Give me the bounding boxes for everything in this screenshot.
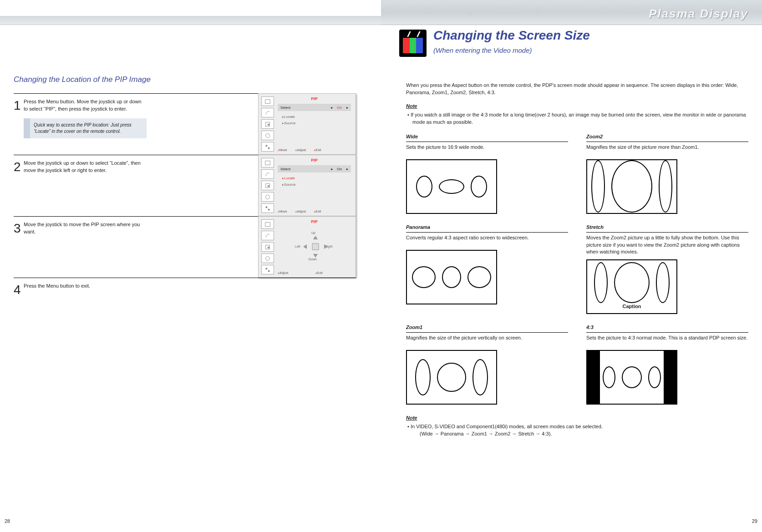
- caption-label: Caption: [587, 303, 676, 310]
- osd-icon: [261, 242, 274, 252]
- osd-icon: [261, 108, 274, 117]
- mode-desc: Magnifies the size of the picture vertic…: [406, 334, 568, 346]
- mode-stretch: Stretch Moves the Zoom2 picture up a lit…: [586, 224, 748, 314]
- left-arrow-icon: ◂: [330, 167, 332, 171]
- aspect-diagram-panorama: [406, 250, 497, 304]
- osd-header: PIP: [278, 158, 351, 162]
- mode-name: Zoom1: [406, 324, 568, 333]
- svg-rect-4: [266, 145, 268, 147]
- page-title: Changing the Screen Size: [433, 28, 590, 43]
- product-name: Plasma Display: [649, 7, 748, 21]
- note-heading-2: Note: [406, 415, 748, 422]
- osd-select-value: On: [337, 106, 342, 110]
- header-bar-left: [0, 16, 381, 25]
- osd-select-label: Select: [280, 167, 290, 171]
- osd-dpad: Up Left Right Down: [295, 231, 336, 263]
- dpad-down: Down: [309, 258, 317, 261]
- svg-rect-8: [268, 185, 269, 187]
- note2-line1: In VIDEO, S-VIDEO and Component1(480i) m…: [406, 423, 748, 431]
- svg-rect-12: [265, 222, 270, 226]
- svg-rect-5: [268, 147, 270, 149]
- mode-zoom2: Zoom2 Magnifies the size of the picture …: [586, 133, 748, 214]
- osd-select-row: Select ◂ On ▸: [278, 104, 351, 111]
- osd-foot-adjust: Adjust: [295, 148, 306, 152]
- osd-option: Source: [282, 121, 295, 125]
- svg-rect-16: [266, 268, 268, 269]
- step-number: 2: [14, 160, 24, 174]
- svg-rect-14: [268, 247, 269, 248]
- mode-name: Wide: [406, 133, 568, 142]
- osd-icon: [261, 203, 274, 213]
- mode-name: Panorama: [406, 224, 568, 233]
- svg-point-3: [266, 133, 270, 137]
- mode-desc: Sets the picture to 4:3 normal mode. Thi…: [586, 334, 748, 346]
- osd-foot-move: Move: [278, 148, 287, 152]
- mode-4-3: 4:3 Sets the picture to 4:3 normal mode.…: [586, 324, 748, 405]
- svg-rect-0: [265, 99, 270, 103]
- osd-foot-adjust: Adjust: [278, 271, 288, 274]
- osd-select-value: On: [337, 167, 342, 171]
- osd-header: PIP: [278, 219, 351, 224]
- svg-point-9: [266, 195, 270, 199]
- osd-select-label: Select: [280, 106, 290, 110]
- left-section-title: Changing the Location of the PIP Image: [14, 75, 356, 84]
- step-2: 2 Move the joystick up or down to select…: [14, 155, 258, 184]
- banner-decoration: [404, 2, 625, 22]
- osd-header: PIP: [278, 96, 351, 101]
- osd-icon: [261, 231, 274, 240]
- aspect-diagram-4-3: [586, 350, 677, 405]
- osd-icon: [261, 169, 274, 179]
- mode-desc: Moves the Zoom2 picture up a little to f…: [586, 234, 748, 256]
- mode-zoom1: Zoom1 Magnifies the size of the picture …: [406, 324, 568, 405]
- modes-grid: Wide Sets the picture to 16:9 wide mode.…: [406, 133, 748, 405]
- osd-icon: [261, 158, 274, 167]
- osd-select-row: Select ◂ On ▸: [278, 165, 351, 172]
- mode-desc: Converts regular 4:3 aspect ratio screen…: [406, 234, 568, 246]
- osd-icon: [261, 131, 274, 140]
- osd-foot-adjust: Adjust: [295, 210, 306, 213]
- osd-icon: [261, 96, 274, 106]
- page-number-left: 28: [5, 518, 10, 524]
- step-number: 4: [14, 283, 24, 296]
- svg-marker-19: [313, 254, 318, 258]
- svg-marker-21: [324, 244, 328, 249]
- osd-footer: Move Adjust Exit: [278, 148, 351, 152]
- dpad-up: Up: [311, 231, 315, 234]
- step-number: 1: [14, 98, 24, 138]
- note2-line2: (Wide → Panorama → Zoom1 → Zoom2 → Stret…: [406, 431, 748, 438]
- osd-foot-exit: Exit: [314, 210, 321, 213]
- tip-box: Quick way to access the PIP location: Ju…: [24, 118, 147, 138]
- header-banner: Plasma Display: [381, 0, 762, 25]
- osd-screenshot-1: PIP Select ◂ On ▸ Locate Source Move Adj…: [258, 93, 356, 155]
- mode-desc: Magnifies the size of the picture more t…: [586, 144, 748, 156]
- note-body: If you watch a still image or the 4:3 mo…: [406, 111, 748, 126]
- osd-foot-move: Move: [278, 210, 287, 213]
- osd-foot-exit: Exit: [315, 271, 322, 274]
- right-arrow-icon: ▸: [346, 167, 348, 171]
- svg-rect-2: [268, 124, 269, 126]
- osd-icon: [261, 219, 274, 229]
- osd-screenshot-3: PIP Up Left Right Down Adjust: [258, 216, 356, 278]
- step-4: 4 Press the Menu button to exit.: [14, 278, 356, 306]
- mode-desc: Sets the picture to 16:9 wide mode.: [406, 144, 568, 156]
- mode-name: Stretch: [586, 224, 748, 233]
- intro-text: When you press the Aspect button on the …: [406, 82, 748, 96]
- page-right: Plasma Display Changing the Screen Size …: [381, 0, 762, 532]
- osd-option: Locate: [282, 115, 295, 119]
- note-heading: Note: [406, 103, 748, 110]
- dpad-left: Left: [295, 245, 300, 248]
- svg-rect-11: [268, 208, 270, 210]
- aspect-diagram-stretch: Caption: [586, 259, 677, 314]
- aspect-diagram-zoom2: [586, 159, 677, 214]
- osd-footer: Move Adjust Exit: [278, 210, 351, 213]
- left-arrow-icon: ◂: [330, 106, 332, 110]
- svg-point-15: [266, 256, 270, 260]
- mode-name: 4:3: [586, 324, 748, 333]
- step-text: Move the joystick up or down to select “…: [24, 160, 151, 174]
- osd-footer: Adjust Exit: [278, 271, 351, 274]
- mode-wide: Wide Sets the picture to 16:9 wide mode.: [406, 133, 568, 214]
- step-3: 3 Move the joystick to move the PIP scre…: [14, 216, 258, 246]
- osd-icon: [261, 192, 274, 202]
- osd-icon: [261, 253, 274, 263]
- svg-rect-17: [268, 270, 270, 272]
